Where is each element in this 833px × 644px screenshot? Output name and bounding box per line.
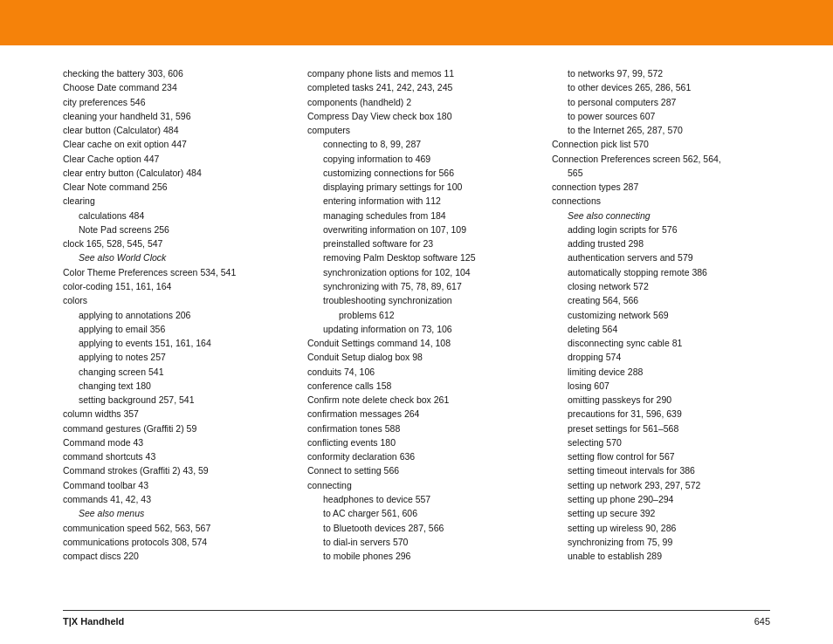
orange-header-bar (0, 0, 833, 45)
index-entry: Note Pad screens 256 (63, 223, 281, 236)
index-entry: communication speed 562, 563, 567 (63, 521, 281, 535)
index-entry: conduits 74, 106 (307, 365, 526, 379)
index-entry: communications protocols 308, 574 (63, 535, 281, 549)
index-entry: to networks 97, 99, 572 (552, 66, 770, 80)
index-entry: calculations 484 (63, 209, 281, 223)
index-entry: limiting device 288 (552, 365, 770, 379)
index-entry: Conduit Setup dialog box 98 (307, 350, 526, 364)
index-entry: adding login scripts for 576 (552, 223, 770, 236)
index-entry: to personal computers 287 (552, 95, 770, 109)
index-entry: changing screen 541 (63, 365, 281, 379)
index-entry: cleaning your handheld 31, 596 (63, 109, 281, 123)
index-entry: precautions for 31, 596, 639 (552, 407, 770, 421)
index-entry: Command strokes (Graffiti 2) 43, 59 (63, 463, 281, 477)
content-area: checking the battery 303, 606Choose Date… (0, 45, 833, 644)
index-entry: setting up secure 392 (552, 506, 770, 520)
index-entry: automatically stopping remote 386 (552, 265, 770, 279)
index-entry: See also connecting (552, 209, 770, 223)
index-entry: Command mode 43 (63, 435, 281, 449)
index-entry: to dial-in servers 570 (307, 535, 526, 549)
index-entry: unable to establish 289 (552, 549, 770, 563)
index-entry: applying to events 151, 161, 164 (63, 336, 281, 350)
index-entry: disconnecting sync cable 81 (552, 336, 770, 350)
index-entry: connecting to 8, 99, 287 (307, 137, 526, 151)
index-entry: changing text 180 (63, 379, 281, 393)
index-entry: setting up phone 290–294 (552, 492, 770, 506)
index-entry: connection types 287 (552, 180, 770, 194)
index-entry: to other devices 265, 286, 561 (552, 80, 770, 94)
index-entry: Compress Day View check box 180 (307, 109, 526, 123)
index-entry: components (handheld) 2 (307, 95, 526, 109)
index-entry: adding trusted 298 (552, 236, 770, 250)
index-entry: conference calls 158 (307, 379, 526, 393)
footer-left: T|X Handheld (63, 616, 124, 627)
index-entry: column widths 357 (63, 407, 281, 421)
index-entry: Clear cache on exit option 447 (63, 137, 281, 151)
index-entry: applying to email 356 (63, 322, 281, 336)
index-entry: Connection pick list 570 (552, 137, 770, 151)
index-entry: Connect to setting 566 (307, 463, 526, 477)
index-column-col2: company phone lists and memos 11complete… (307, 66, 526, 603)
index-entry: 565 (552, 166, 770, 180)
index-entry: authentication servers and 579 (552, 250, 770, 264)
index-entry: removing Palm Desktop software 125 (307, 250, 526, 264)
index-entry: preset settings for 561–568 (552, 421, 770, 435)
index-entry: setting up wireless 90, 286 (552, 521, 770, 535)
index-entry: connecting (307, 478, 526, 492)
index-entry: copying information to 469 (307, 152, 526, 166)
index-entry: confirmation tones 588 (307, 421, 526, 435)
index-entry: Confirm note delete check box 261 (307, 393, 526, 407)
index-entry: to the Internet 265, 287, 570 (552, 123, 770, 137)
index-entry: setting background 257, 541 (63, 393, 281, 407)
index-entry: synchronizing with 75, 78, 89, 617 (307, 279, 526, 293)
index-entry: customizing connections for 566 (307, 166, 526, 180)
index-entry: See also menus (63, 506, 281, 520)
index-entry: Command toolbar 43 (63, 478, 281, 492)
index-entry: closing network 572 (552, 279, 770, 293)
index-entry: command shortcuts 43 (63, 449, 281, 463)
index-entry: city preferences 546 (63, 95, 281, 109)
index-entry: troubleshooting synchronization (307, 293, 526, 307)
index-entry: compact discs 220 (63, 549, 281, 563)
index-entry: overwriting information on 107, 109 (307, 223, 526, 236)
index-entry: entering information with 112 (307, 194, 526, 208)
index-entry: deleting 564 (552, 322, 770, 336)
index-entry: confirmation messages 264 (307, 407, 526, 421)
index-entry: conflicting events 180 (307, 435, 526, 449)
index-entry: synchronizing from 75, 99 (552, 535, 770, 549)
index-entry: See also World Clock (63, 250, 281, 264)
index-entry: conformity declaration 636 (307, 449, 526, 463)
index-entry: Conduit Settings command 14, 108 (307, 336, 526, 350)
index-entry: company phone lists and memos 11 (307, 66, 526, 80)
index-entry: to AC charger 561, 606 (307, 506, 526, 520)
index-entry: applying to annotations 206 (63, 308, 281, 322)
index-entry: color-coding 151, 161, 164 (63, 279, 281, 293)
index-entry: clock 165, 528, 545, 547 (63, 236, 281, 250)
index-entry: updating information on 73, 106 (307, 322, 526, 336)
index-entry: commands 41, 42, 43 (63, 492, 281, 506)
index-entry: colors (63, 293, 281, 307)
index-entry: selecting 570 (552, 435, 770, 449)
index-entry: setting timeout intervals for 386 (552, 463, 770, 477)
index-entry: completed tasks 241, 242, 243, 245 (307, 80, 526, 94)
index-column-col1: checking the battery 303, 606Choose Date… (63, 66, 281, 603)
index-entry: headphones to device 557 (307, 492, 526, 506)
index-entry: creating 564, 566 (552, 293, 770, 307)
index-entry: clear entry button (Calculator) 484 (63, 166, 281, 180)
index-entry: clear button (Calculator) 484 (63, 123, 281, 137)
index-entry: clearing (63, 194, 281, 208)
index-entry: command gestures (Graffiti 2) 59 (63, 421, 281, 435)
index-entry: Color Theme Preferences screen 534, 541 (63, 265, 281, 279)
index-entry: to Bluetooth devices 287, 566 (307, 521, 526, 535)
index-column-col3: to networks 97, 99, 572to other devices … (552, 66, 770, 603)
index-entry: connections (552, 194, 770, 208)
index-entry: Choose Date command 234 (63, 80, 281, 94)
index-entry: Clear Note command 256 (63, 180, 281, 194)
index-entry: checking the battery 303, 606 (63, 66, 281, 80)
index-entry: managing schedules from 184 (307, 209, 526, 223)
index-entry: problems 612 (307, 308, 526, 322)
index-entry: to mobile phones 296 (307, 549, 526, 563)
index-entry: Clear Cache option 447 (63, 152, 281, 166)
index-entry: computers (307, 123, 526, 137)
index-entry: preinstalled software for 23 (307, 236, 526, 250)
